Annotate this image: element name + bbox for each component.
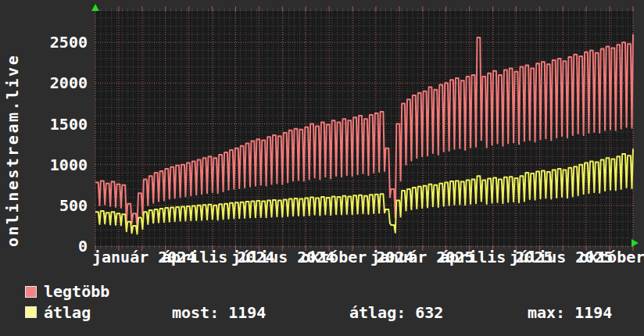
y-tick-label: 1500 — [22, 116, 88, 133]
watermark-vertical-label: onlinestream.live — [3, 13, 22, 247]
graph-panel: onlinestream.live 25002000150010005000 j… — [0, 0, 644, 336]
y-tick-label: 1000 — [22, 156, 88, 173]
legend-label-avg: átlag — [44, 304, 91, 321]
x-axis-arrow-icon — [631, 239, 639, 247]
legend-label-max: legtöbb — [44, 283, 109, 300]
y-tick-label: 0 — [22, 238, 88, 255]
x-tick-label: október 2025 — [579, 248, 644, 266]
stat-max: max: 1194 — [528, 304, 612, 321]
stat-most: most: 1194 — [172, 304, 266, 321]
stat-atlag: átlag: 632 — [349, 304, 443, 321]
legend-swatch-avg — [25, 306, 37, 318]
y-tick-label: 500 — [22, 197, 88, 214]
y-axis-arrow-icon — [91, 4, 99, 11]
legend-swatch-max — [25, 286, 37, 298]
y-tick-label: 2500 — [22, 34, 88, 51]
y-tick-label: 2000 — [22, 74, 88, 91]
